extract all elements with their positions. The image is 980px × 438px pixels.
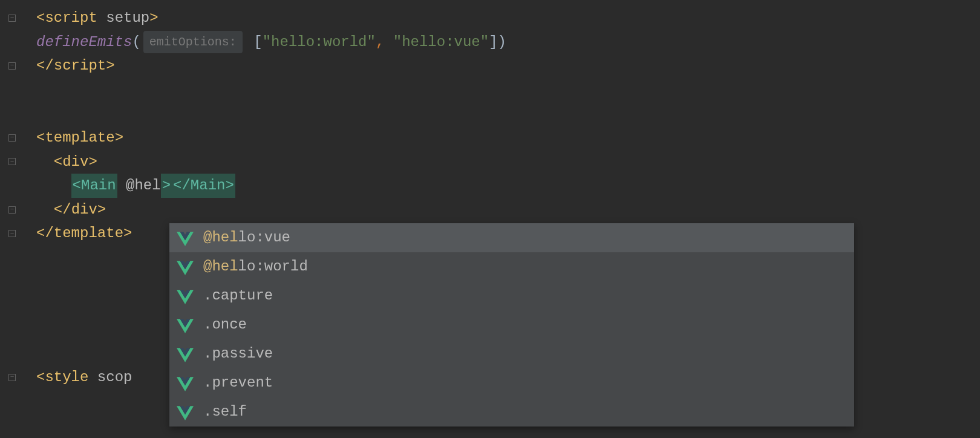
autocomplete-item[interactable]: .capture [169, 281, 854, 310]
code-line-empty[interactable] [36, 78, 980, 102]
fold-marker[interactable]: − [0, 150, 24, 174]
autocomplete-item[interactable]: .self [169, 397, 854, 427]
autocomplete-item[interactable]: .once [169, 310, 854, 339]
component-close-tag: </Main> [172, 174, 235, 198]
code-line[interactable]: <script setup> [36, 6, 980, 30]
paren: ) [498, 30, 506, 54]
bracket: ] [489, 30, 497, 54]
fold-marker-empty [0, 174, 24, 198]
tag-bracket: > [149, 6, 158, 30]
component-open-tag: <Main [71, 174, 117, 198]
tag-bracket: > [115, 126, 123, 150]
autocomplete-label: @hello:vue [203, 226, 290, 250]
component-close-bracket: > [161, 174, 172, 198]
autocomplete-label: .capture [203, 284, 273, 308]
fold-marker[interactable]: − [0, 54, 24, 78]
code-line[interactable]: </div> [36, 198, 980, 222]
tag-name: div [62, 150, 88, 174]
vue-icon [177, 230, 194, 245]
fold-marker-empty [0, 30, 24, 54]
code-line[interactable]: <template> [36, 126, 980, 150]
tag-bracket: < [36, 365, 45, 390]
tag-name: template [54, 221, 123, 246]
fold-marker[interactable]: − [0, 6, 24, 30]
tag-bracket: < [54, 150, 62, 174]
fold-marker[interactable]: − [0, 221, 24, 246]
fold-marker-empty [0, 270, 24, 294]
fold-marker-empty [0, 78, 24, 102]
attr: setup [97, 6, 149, 30]
autocomplete-label: .passive [203, 342, 273, 366]
indent [36, 174, 71, 198]
code-line[interactable]: <div> [36, 150, 980, 174]
vue-icon [177, 347, 194, 361]
fold-marker-empty [0, 246, 24, 270]
autocomplete-label: .prevent [203, 371, 273, 395]
fold-marker-empty [0, 293, 24, 318]
fold-marker-empty [0, 318, 24, 342]
tag-bracket: < [36, 6, 45, 30]
autocomplete-item[interactable]: @hello:world [169, 252, 854, 281]
tag-bracket: </ [54, 198, 71, 222]
fold-marker[interactable]: − [0, 198, 24, 222]
tag-bracket: < [36, 126, 45, 150]
tag-bracket: > [97, 198, 106, 222]
string-literal: "hello:vue" [393, 30, 489, 54]
vue-icon [177, 376, 194, 390]
vue-icon [177, 289, 194, 303]
tag-bracket: > [106, 54, 114, 78]
vue-icon [177, 318, 194, 332]
fold-marker[interactable]: − [0, 126, 24, 150]
autocomplete-item[interactable]: @hello:vue [169, 223, 854, 252]
autocomplete-label: .self [203, 400, 247, 424]
autocomplete-item[interactable]: .passive [169, 339, 854, 368]
tag-bracket: </ [36, 54, 54, 78]
tag-bracket: > [123, 221, 132, 246]
fold-marker-empty [0, 341, 24, 365]
autocomplete-popup[interactable]: @hello:vue@hello:world.capture.once.pass… [169, 223, 854, 427]
parameter-hint: emitOptions: [143, 31, 243, 53]
tag-name: script [54, 54, 106, 78]
autocomplete-label: @hello:world [203, 255, 308, 279]
vue-icon [177, 405, 194, 419]
code-line[interactable]: defineEmits(emitOptions: ["hello:world",… [36, 30, 980, 54]
comma: , [376, 30, 384, 54]
attr: scop [88, 365, 132, 390]
function-name: defineEmits [36, 30, 132, 54]
autocomplete-label: .once [203, 313, 247, 337]
string-literal: "hello:world" [263, 30, 376, 54]
code-line-active[interactable]: <Main @hel></Main> [36, 174, 980, 198]
indent [36, 198, 54, 222]
bracket: [ [253, 30, 262, 54]
fold-marker[interactable]: − [0, 365, 24, 390]
vue-icon [177, 260, 194, 274]
code-line[interactable]: </script> [36, 54, 980, 78]
indent [36, 150, 54, 174]
paren: ( [132, 30, 140, 54]
fold-marker-empty [0, 102, 24, 126]
tag-name: div [71, 198, 97, 222]
fold-gutter: − − − − − − − [0, 0, 24, 390]
code-line-empty[interactable] [36, 102, 980, 126]
tag-name: style [45, 365, 88, 390]
tag-bracket: </ [36, 221, 54, 246]
tag-name: script [45, 6, 97, 30]
autocomplete-item[interactable]: .prevent [169, 368, 854, 397]
tag-name: template [45, 126, 114, 150]
typed-attribute: @hel [117, 174, 161, 198]
tag-bracket: > [88, 150, 97, 174]
